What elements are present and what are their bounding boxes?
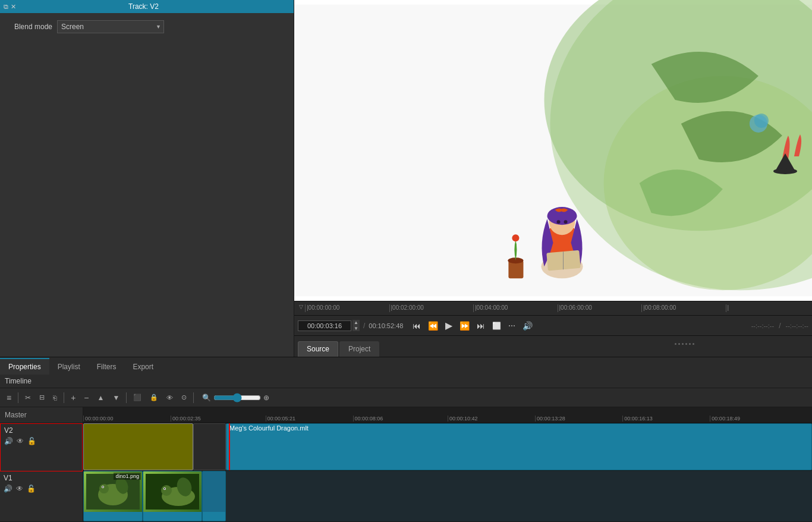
zoom-slider[interactable]: [213, 393, 261, 402]
timecode-spinners: ▲ ▼: [353, 320, 360, 331]
blend-mode-select[interactable]: Screen Normal Overlay Multiply Add: [57, 20, 164, 33]
ruler-mark-1: |00:02:00:00: [389, 304, 474, 312]
step-back-btn[interactable]: ⏪: [426, 320, 440, 332]
v2-audio-btn[interactable]: 🔊: [4, 437, 13, 445]
skip-start-btn[interactable]: ⏮: [410, 320, 423, 332]
dot-4: [685, 343, 687, 345]
tab-project[interactable]: Project: [339, 341, 379, 357]
step-fwd-btn[interactable]: ⏩: [457, 320, 472, 332]
tab-export[interactable]: Export: [124, 358, 162, 375]
track-label-v1: V1 🔊 👁 🔓: [0, 471, 83, 522]
play-btn[interactable]: ▶: [443, 319, 455, 332]
fullscreen-btn[interactable]: ⬜: [490, 320, 503, 331]
blend-mode-label: Blend mode: [5, 23, 52, 31]
svg-point-14: [512, 234, 519, 241]
overwrite-btn[interactable]: ▼: [109, 392, 122, 403]
properties-panel: ⧉ ✕ Track: V2 Blend mode Screen Normal O…: [0, 0, 294, 357]
source-tabs: Source Project: [294, 336, 557, 357]
preview-canvas: [294, 0, 812, 301]
timecode-out-1: --:--:--:--: [751, 322, 774, 329]
svg-point-24: [99, 484, 109, 493]
tab-properties[interactable]: Properties: [0, 358, 49, 375]
tracks-ruler: 00:00:00:00 00:00:02:35 00:00:05:21 00:0…: [83, 407, 812, 423]
svg-point-30: [161, 485, 172, 496]
properties-body: Blend mode Screen Normal Overlay Multipl…: [0, 13, 294, 357]
ruler-mark-3: |00:06:00:00: [558, 304, 642, 312]
lift-btn[interactable]: ▲: [95, 392, 108, 403]
ruler-t0: 00:00:00:00: [83, 416, 114, 422]
clip-v1-2[interactable]: [143, 471, 202, 521]
dot-3: [682, 343, 684, 345]
zoom-out-icon[interactable]: 🔍: [202, 394, 211, 402]
track-row-v1: dino1.png: [83, 471, 812, 522]
timecode-out-wrap: --:--:--:-- / --:--:--:--: [751, 322, 808, 330]
bottom-area: Properties Playlist Filters Export Timel…: [0, 357, 812, 522]
zoom-slider-wrap: 🔍 ⊕: [202, 393, 269, 402]
tracks-content: 00:00:00:00 00:00:02:35 00:00:05:21 00:0…: [83, 407, 812, 522]
blend-mode-select-wrap[interactable]: Screen Normal Overlay Multiply Add: [57, 20, 164, 33]
track-label-v2: V2 🔊 👁 🔓: [0, 423, 83, 471]
add-track-btn[interactable]: +: [68, 392, 78, 404]
ruler-mark-4: |00:08:00:00: [641, 304, 726, 312]
current-timecode-input[interactable]: [298, 320, 351, 331]
all-tracks-btn[interactable]: ⬛: [130, 392, 144, 402]
ruler-mark-5: |: [726, 304, 810, 312]
track-row-v2: Meg's Colourful Dragon.mlt: [83, 423, 812, 471]
properties-titlebar: ⧉ ✕ Track: V2: [0, 0, 294, 13]
razor-btn[interactable]: ✂: [22, 392, 34, 403]
ruler-t3: 00:00:08:06: [353, 416, 383, 422]
clip-v1-1[interactable]: dino1.png: [83, 471, 143, 521]
snap-btn[interactable]: 🔒: [147, 392, 161, 402]
zoom-in-icon[interactable]: ⊕: [263, 394, 269, 402]
timeline-menu-btn[interactable]: ≡: [4, 392, 14, 404]
ruler-t7: 00:00:18:49: [710, 416, 740, 422]
ruler-mark-2: |00:04:00:00: [473, 304, 558, 312]
clip-v1-3[interactable]: [202, 471, 226, 521]
paste-btn[interactable]: ⎗: [50, 393, 60, 402]
v1-eye-btn[interactable]: 👁: [16, 485, 23, 493]
svg-point-9: [564, 220, 568, 224]
tracks-ruler-inner: 00:00:00:00 00:00:02:35 00:00:05:21 00:0…: [83, 407, 812, 423]
timecode-down-btn[interactable]: ▼: [353, 326, 360, 332]
tab-playlist[interactable]: Playlist: [49, 358, 89, 375]
restore-icon[interactable]: ⧉: [4, 3, 8, 11]
timecode-slash: /: [363, 322, 365, 330]
skip-end-btn[interactable]: ⏭: [474, 320, 487, 332]
ripple-btn[interactable]: 👁: [163, 393, 176, 402]
ruler-t2: 00:00:05:21: [266, 416, 296, 422]
group-btn[interactable]: ⊟: [36, 392, 48, 402]
preview-area: ▽ |00:00:00:00 |00:02:00:00 |00:04:00:00…: [294, 0, 812, 357]
dot-1: [675, 343, 676, 345]
close-icon[interactable]: ✕: [11, 3, 16, 11]
svg-point-16: [754, 114, 769, 128]
v2-track-icons: 🔊 👁 🔓: [4, 437, 78, 445]
tab-source[interactable]: Source: [298, 341, 338, 357]
svg-point-17: [773, 168, 797, 174]
v2-eye-btn[interactable]: 👁: [17, 437, 24, 445]
timecode-up-btn[interactable]: ▲: [353, 320, 360, 326]
timecode-out-2: --:--:--:--: [786, 322, 808, 329]
toolbar-sep-1: [18, 392, 18, 403]
clip-v2-olive[interactable]: [83, 423, 193, 471]
tab-filters[interactable]: Filters: [89, 358, 125, 375]
editor-tabs: Properties Playlist Filters Export: [0, 357, 812, 375]
track-labels: Master V2 🔊 👁 🔓 V1 🔊 👁: [0, 407, 83, 522]
properties-title: Track: V2: [16, 2, 271, 11]
clip-v1-2-thumb: [143, 471, 202, 512]
scrub-btn[interactable]: ⊙: [178, 392, 190, 402]
master-label: Master: [5, 411, 27, 419]
remove-track-btn[interactable]: −: [81, 392, 92, 404]
v2-track-name: V2: [4, 426, 78, 435]
clip-v2-black[interactable]: [193, 423, 226, 471]
dino-thumb-svg-2: [146, 474, 199, 510]
toolbar-sep-3: [126, 392, 127, 403]
v2-lock-btn[interactable]: 🔓: [27, 437, 36, 445]
settings-btn[interactable]: ⋯: [506, 320, 518, 331]
timeline-header: Timeline: [0, 375, 812, 388]
v1-lock-btn[interactable]: 🔓: [27, 485, 36, 493]
clip-v2-mlt[interactable]: Meg's Colourful Dragon.mlt: [226, 423, 812, 471]
duration-label: 00:10:52:48: [369, 322, 403, 329]
v1-audio-btn[interactable]: 🔊: [4, 485, 12, 493]
ruler-t1: 00:00:02:35: [171, 416, 201, 422]
timecode-out-sep: /: [779, 322, 780, 330]
